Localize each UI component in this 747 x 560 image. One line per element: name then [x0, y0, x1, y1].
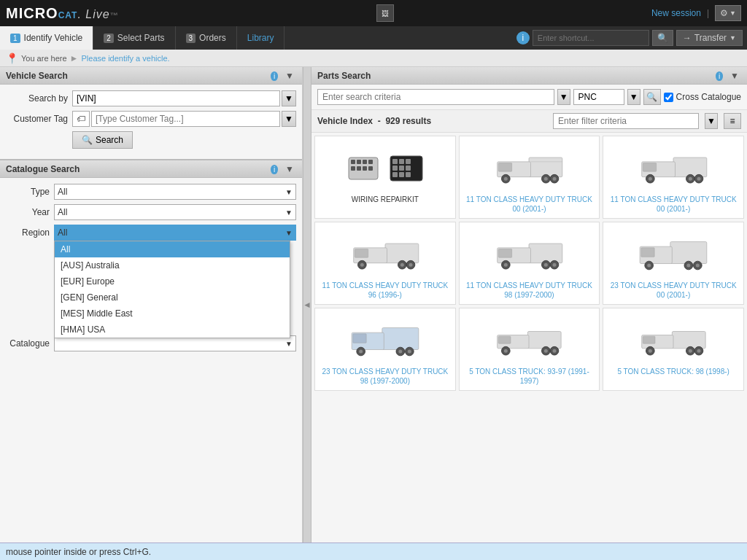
- vehicle-search-info-button[interactable]: i: [268, 71, 280, 81]
- status-message: mouse pointer inside or press Ctrl+G.: [6, 547, 151, 557]
- info-icon: i: [522, 33, 525, 43]
- part-label-wiring: WIRING REPAIRKIT: [352, 195, 419, 204]
- type-label: Type: [6, 187, 50, 197]
- catalogue-search-section: Catalogue Search i ▼ Type All ▼: [0, 159, 302, 362]
- customer-tag-label: Customer Tag: [6, 114, 68, 124]
- customer-tag-dropdown-button[interactable]: ▼: [282, 111, 296, 127]
- year-value: All: [58, 207, 67, 217]
- status-bar: mouse pointer inside or press Ctrl+G.: [0, 542, 747, 560]
- svg-point-73: [408, 349, 411, 353]
- new-session-link[interactable]: New session: [651, 8, 701, 18]
- svg-point-62: [686, 263, 690, 267]
- parts-search-icon-button[interactable]: 🔍: [643, 89, 661, 105]
- catalogue-filter-icon: ▼: [285, 164, 294, 174]
- part-label-truck-3: 11 TON CLASS HEAVY DUTY TRUCK 96 (1996-): [320, 281, 451, 300]
- part-image-truck-6: [345, 313, 425, 364]
- pnc-selector[interactable]: PNC: [573, 89, 624, 105]
- type-select[interactable]: All ▼: [54, 184, 296, 200]
- filter-dropdown-button[interactable]: ▼: [705, 113, 718, 129]
- part-card-truck-3[interactable]: 11 TON CLASS HEAVY DUTY TRUCK 96 (1996-): [314, 222, 456, 305]
- part-card-wiring[interactable]: WIRING REPAIRKIT: [314, 136, 456, 219]
- part-image-truck-5: [633, 227, 713, 278]
- svg-point-44: [400, 262, 404, 266]
- search-button-row: 🔍 Search: [6, 131, 296, 149]
- vehicle-index-label: Vehicle Index: [317, 116, 373, 126]
- parts-filter-button[interactable]: ▼: [728, 70, 741, 82]
- search-by-dropdown-button[interactable]: ▼: [282, 90, 296, 106]
- search-by-input[interactable]: [72, 90, 280, 106]
- parts-info-icon: i: [716, 71, 723, 81]
- region-option-hma[interactable]: [HMA] USA: [55, 322, 290, 338]
- svg-rect-6: [363, 166, 367, 171]
- region-select[interactable]: All ▼: [54, 225, 296, 241]
- truck-svg-2: [637, 147, 710, 187]
- parts-search-dropdown-button[interactable]: ▼: [557, 89, 570, 105]
- transfer-button[interactable]: → Transfer ▼: [676, 30, 743, 46]
- filter-icon: ▼: [285, 71, 294, 81]
- tab-identify-vehicle[interactable]: 1 Identify Vehicle: [0, 26, 93, 50]
- tab-library[interactable]: Library: [237, 26, 285, 50]
- shortcut-search-button[interactable]: 🔍: [652, 30, 673, 46]
- part-image-truck-2: [633, 141, 713, 192]
- collapse-handle[interactable]: ◄: [303, 67, 311, 542]
- svg-rect-83: [672, 331, 705, 348]
- region-option-all[interactable]: All: [55, 241, 290, 257]
- part-image-truck-3: [345, 227, 425, 278]
- main-layout: Vehicle Search i ▼ Search by ▼: [0, 67, 747, 542]
- vehicle-search-filter-button[interactable]: ▼: [283, 70, 296, 82]
- catalogue-search-title: Catalogue Search: [6, 164, 80, 174]
- svg-rect-12: [406, 159, 411, 164]
- search-icon: 🔍: [657, 33, 668, 43]
- customer-tag-icon: 🏷: [72, 111, 90, 127]
- year-label: Year: [6, 207, 50, 217]
- tab-orders[interactable]: 3 Orders: [176, 26, 237, 50]
- parts-search-bar: ▼ PNC ▼ 🔍 Cross Catalogue: [311, 85, 747, 110]
- cross-catalogue-checkbox[interactable]: [664, 93, 673, 102]
- vehicle-search-icons: i ▼: [268, 70, 296, 82]
- region-option-aus[interactable]: [AUS] Australia: [55, 257, 290, 273]
- catalogue-filter-button[interactable]: ▼: [283, 163, 296, 175]
- part-label-truck-4: 11 TON CLASS HEAVY DUTY TRUCK 98 (1997-2…: [464, 281, 595, 300]
- part-label-truck-1: 11 TON CLASS HEAVY DUTY TRUCK 00 (2001-): [464, 195, 595, 214]
- region-option-mes[interactable]: [MES] Middle East: [55, 306, 290, 322]
- svg-rect-1: [351, 160, 355, 164]
- search-magnify-icon: 🔍: [82, 135, 93, 145]
- part-image-truck-8: [633, 313, 713, 364]
- vehicle-search-form: Search by ▼ Customer Tag 🏷 ▼: [0, 85, 302, 159]
- vehicle-search-button[interactable]: 🔍 Search: [72, 131, 133, 149]
- tag-icon: 🏷: [77, 114, 85, 124]
- parts-search-input[interactable]: [317, 89, 554, 105]
- catalogue-label: Catalogue: [6, 338, 50, 349]
- year-select[interactable]: All ▼: [54, 204, 296, 220]
- filter-input[interactable]: [553, 113, 699, 129]
- part-card-truck-6[interactable]: 23 TON CLASS HEAVY DUTY TRUCK 98 (1997-2…: [314, 308, 456, 391]
- info-button[interactable]: i: [516, 31, 530, 44]
- shortcut-input[interactable]: [533, 30, 649, 46]
- part-card-truck-7[interactable]: 5 TON CLASS TRUCK: 93-97 (1991-1997): [459, 308, 600, 391]
- catalogue-search-icons: i ▼: [268, 163, 296, 175]
- truck-svg-8: [637, 319, 710, 359]
- svg-point-46: [409, 262, 412, 266]
- customer-tag-input-wrap: 🏷 ▼: [72, 111, 296, 127]
- part-card-truck-8[interactable]: 5 TON CLASS TRUCK: 98 (1998-): [603, 308, 744, 391]
- tab-select-parts[interactable]: 2 Select Parts: [93, 26, 175, 50]
- list-view-button[interactable]: ≡: [724, 113, 741, 129]
- catalogue-form: Type All ▼ Year All ▼ Region: [0, 178, 302, 362]
- part-card-truck-4[interactable]: 11 TON CLASS HEAVY DUTY TRUCK 98 (1997-2…: [459, 222, 600, 305]
- cross-catalogue-label: Cross Catalogue: [676, 92, 741, 102]
- parts-info-button[interactable]: i: [713, 71, 725, 81]
- region-option-gen[interactable]: [GEN] General: [55, 289, 290, 306]
- pnc-dropdown-button[interactable]: ▼: [627, 89, 640, 105]
- nav-tabs: 1 Identify Vehicle 2 Select Parts 3 Orde…: [0, 26, 747, 50]
- part-card-truck-1[interactable]: 11 TON CLASS HEAVY DUTY TRUCK 00 (2001-): [459, 136, 600, 219]
- parts-filter-icon: ▼: [730, 71, 739, 81]
- customer-tag-input[interactable]: [91, 111, 280, 127]
- catalogue-info-button[interactable]: i: [268, 164, 280, 174]
- part-card-truck-5[interactable]: 23 TON CLASS HEAVY DUTY TRUCK 00 (2001-): [603, 222, 744, 305]
- svg-rect-13: [392, 166, 398, 171]
- gear-button[interactable]: ⚙ ▼: [715, 5, 741, 21]
- part-card-truck-2[interactable]: 11 TON CLASS HEAVY DUTY TRUCK 00 (2001-): [603, 136, 744, 219]
- region-option-eur[interactable]: [EUR] Europe: [55, 273, 290, 289]
- svg-rect-85: [643, 336, 655, 343]
- gear-dropdown-arrow: ▼: [729, 9, 736, 17]
